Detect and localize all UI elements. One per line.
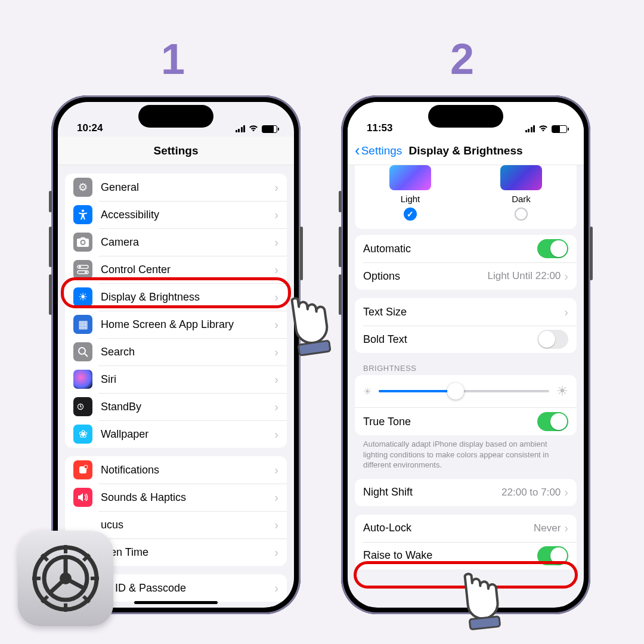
back-button[interactable]: ‹Settings: [355, 141, 402, 160]
flower-icon: ❀: [73, 425, 92, 444]
radio-unselected-icon: [515, 208, 528, 221]
chevron-right-icon: ›: [564, 521, 568, 535]
svg-rect-25: [469, 617, 500, 630]
chevron-right-icon: ›: [274, 546, 278, 559]
truetone-footer: Automatically adapt iPhone display based…: [363, 439, 568, 470]
appearance-auto-group: Automatic OptionsLight Until 22:00›: [355, 235, 577, 290]
row-camera[interactable]: Camera›: [65, 228, 287, 256]
wifi-icon: [538, 123, 549, 134]
light-thumbnail: [389, 165, 431, 190]
step-number-2: 2: [450, 35, 474, 83]
battery-icon: [552, 125, 567, 133]
phone-frame-2: 11:53 ‹Settings Display & Brightness Lig…: [341, 95, 590, 614]
chevron-right-icon: ›: [564, 485, 568, 499]
svg-point-2: [79, 266, 81, 268]
camera-icon: [73, 233, 92, 252]
brightness-header: Brightness: [363, 364, 568, 373]
chevron-right-icon: ›: [274, 491, 278, 504]
row-automatic[interactable]: Automatic: [355, 235, 577, 262]
cellular-icon: [236, 125, 246, 132]
gear-icon: ⚙: [73, 178, 92, 197]
brightness-icon: ☀: [73, 287, 92, 306]
row-text-size[interactable]: Text Size›: [355, 298, 577, 326]
sun-small-icon: ☀: [363, 386, 371, 397]
appearance-picker: Light ✓ Dark: [355, 165, 577, 229]
settings-group-1: ⚙General› Accessibility› Camera› Control…: [65, 174, 287, 448]
dark-thumbnail: [500, 165, 542, 190]
row-bold-text[interactable]: Bold Text: [355, 326, 577, 353]
toggle-on-icon[interactable]: [537, 239, 568, 258]
truetone-group: True Tone: [355, 408, 577, 435]
chevron-right-icon: ›: [274, 236, 278, 249]
chevron-right-icon: ›: [274, 581, 278, 595]
grid-icon: ▦: [73, 315, 92, 334]
chevron-right-icon: ›: [274, 290, 278, 304]
sun-large-icon: ☀: [556, 383, 568, 399]
siri-icon: [73, 370, 92, 389]
switches-icon: [73, 260, 92, 279]
row-auto-lock[interactable]: Auto-LockNever›: [355, 515, 577, 542]
row-accessibility[interactable]: Accessibility›: [65, 201, 287, 228]
accessibility-icon: [73, 205, 92, 224]
row-general[interactable]: ⚙General›: [65, 174, 287, 201]
step-number-1: 1: [161, 35, 185, 83]
toggle-off-icon[interactable]: [537, 330, 568, 349]
battery-icon: [262, 125, 277, 133]
row-search[interactable]: Search›: [65, 338, 287, 366]
svg-point-5: [79, 348, 85, 354]
row-home-screen[interactable]: ▦Home Screen & App Library›: [65, 311, 287, 338]
clock: 10:24: [77, 122, 103, 134]
row-control-center[interactable]: Control Center›: [65, 256, 287, 283]
navbar: Settings: [58, 137, 294, 165]
appearance-light[interactable]: Light ✓: [389, 165, 431, 221]
settings-app-icon: [18, 531, 113, 626]
page-title: Settings: [154, 144, 199, 157]
chevron-right-icon: ›: [274, 263, 278, 277]
svg-point-9: [84, 465, 88, 469]
dynamic-island: [428, 105, 503, 128]
chevron-right-icon: ›: [274, 318, 278, 332]
svg-point-0: [82, 210, 84, 212]
wifi-icon: [248, 123, 259, 134]
gear-icon: [30, 543, 101, 614]
dynamic-island: [138, 105, 213, 128]
cellular-icon: [525, 125, 535, 132]
row-notifications[interactable]: Notifications›: [65, 456, 287, 484]
row-standby[interactable]: StandBy›: [65, 393, 287, 420]
autolock-group: Auto-LockNever› Raise to Wake: [355, 515, 577, 569]
row-true-tone[interactable]: True Tone: [355, 408, 577, 435]
home-indicator[interactable]: [134, 601, 218, 604]
chevron-right-icon: ›: [274, 345, 278, 359]
chevron-right-icon: ›: [274, 208, 278, 222]
clock: 11:53: [367, 122, 392, 134]
chevron-right-icon: ›: [564, 305, 568, 319]
chevron-right-icon: ›: [274, 463, 278, 477]
chevron-right-icon: ›: [274, 400, 278, 414]
search-icon: [73, 342, 92, 361]
chevron-right-icon: ›: [274, 373, 278, 386]
row-options[interactable]: OptionsLight Until 22:00›: [355, 262, 577, 290]
row-wallpaper[interactable]: ❀Wallpaper›: [65, 420, 287, 448]
clock-icon: [73, 397, 92, 416]
chevron-right-icon: ›: [274, 181, 278, 194]
svg-rect-24: [298, 340, 330, 355]
row-display-brightness[interactable]: ☀Display & Brightness›: [65, 283, 287, 311]
row-siri[interactable]: Siri›: [65, 366, 287, 393]
row-raise-to-wake[interactable]: Raise to Wake: [355, 542, 577, 569]
chevron-right-icon: ›: [564, 270, 568, 283]
brightness-slider[interactable]: ☀ ☀: [355, 375, 577, 408]
row-sounds[interactable]: Sounds & Haptics›: [65, 484, 287, 511]
bell-icon: [73, 460, 92, 479]
toggle-on-icon[interactable]: [537, 546, 568, 565]
chevron-right-icon: ›: [274, 428, 278, 441]
text-group: Text Size› Bold Text: [355, 298, 577, 353]
appearance-dark[interactable]: Dark: [500, 165, 542, 221]
speaker-icon: [73, 488, 92, 507]
navbar: ‹Settings Display & Brightness: [348, 137, 584, 165]
toggle-on-icon[interactable]: [537, 412, 568, 431]
svg-point-4: [85, 271, 87, 274]
row-night-shift[interactable]: Night Shift22:00 to 7:00›: [355, 479, 577, 506]
page-title: Display & Brightness: [408, 144, 522, 157]
chevron-right-icon: ›: [274, 518, 278, 532]
svg-line-23: [51, 578, 66, 592]
